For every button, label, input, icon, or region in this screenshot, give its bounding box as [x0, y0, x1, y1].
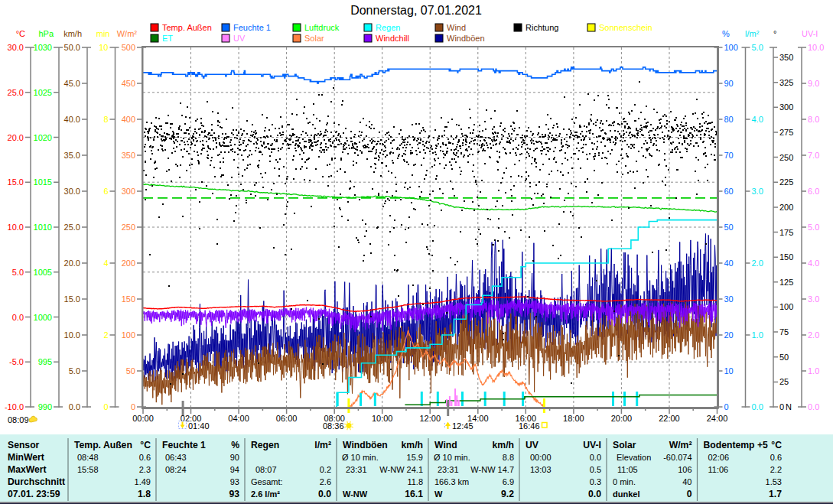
svg-text:400: 400 — [122, 115, 135, 124]
svg-text:2.6: 2.6 — [320, 477, 331, 486]
svg-text:300: 300 — [779, 102, 793, 112]
svg-text:Bodentemp +5: Bodentemp +5 — [704, 440, 769, 450]
svg-text:Regen: Regen — [251, 440, 279, 450]
svg-text:Ø 10 min.: Ø 10 min. — [342, 453, 379, 462]
svg-text:dunkel: dunkel — [613, 489, 639, 499]
svg-text:0: 0 — [779, 402, 784, 411]
svg-text:0: 0 — [103, 402, 108, 411]
svg-text:1.0: 1.0 — [752, 330, 763, 340]
svg-text:2.0: 2.0 — [808, 330, 819, 340]
svg-text:25: 25 — [779, 377, 789, 386]
svg-text:Solar: Solar — [613, 440, 636, 450]
svg-text:UV: UV — [526, 440, 539, 450]
svg-text:1010: 1010 — [34, 223, 52, 232]
svg-text:5.0: 5.0 — [752, 43, 763, 52]
svg-text:hPa: hPa — [38, 29, 54, 38]
svg-text:0: 0 — [687, 489, 692, 499]
svg-text:%: % — [722, 29, 730, 38]
svg-text:6: 6 — [103, 187, 108, 196]
svg-text:2: 2 — [103, 330, 108, 340]
svg-text:200: 200 — [779, 203, 793, 212]
svg-text:4: 4 — [103, 259, 108, 268]
svg-text:3.0: 3.0 — [808, 294, 819, 304]
svg-text:2.3: 2.3 — [139, 465, 151, 474]
svg-text:75: 75 — [779, 327, 789, 337]
svg-text:40.0: 40.0 — [64, 115, 80, 124]
svg-text:00:00: 00:00 — [530, 453, 552, 462]
svg-text:11:06: 11:06 — [708, 465, 729, 474]
svg-text:Richtung: Richtung — [526, 23, 558, 32]
svg-text:2.6 l/m²: 2.6 l/m² — [251, 489, 280, 499]
svg-text:40: 40 — [724, 259, 734, 268]
svg-text:°: ° — [773, 29, 776, 38]
svg-text:50: 50 — [779, 353, 789, 362]
svg-text:40: 40 — [682, 477, 691, 486]
svg-text:08:07: 08:07 — [255, 465, 277, 474]
svg-text:20: 20 — [724, 330, 734, 340]
svg-text:10.0: 10.0 — [64, 330, 80, 340]
svg-text:°C: °C — [140, 440, 151, 450]
svg-text:0.2: 0.2 — [320, 465, 331, 474]
svg-text:1000: 1000 — [34, 313, 52, 322]
svg-text:8.0: 8.0 — [808, 115, 819, 124]
svg-text:90: 90 — [230, 453, 239, 462]
svg-text:70: 70 — [724, 151, 734, 160]
svg-text:Elevation: Elevation — [617, 453, 651, 462]
svg-text:23:31: 23:31 — [438, 465, 459, 474]
svg-text:Donnerstag, 07.01.2021: Donnerstag, 07.01.2021 — [350, 4, 482, 17]
svg-text:MaxWert: MaxWert — [8, 464, 47, 475]
svg-text:10: 10 — [724, 366, 734, 376]
svg-text:2.0: 2.0 — [752, 259, 763, 268]
svg-text:8.8: 8.8 — [503, 453, 514, 462]
svg-text:995: 995 — [38, 357, 52, 366]
svg-text:1015: 1015 — [34, 177, 52, 187]
svg-text:20.0: 20.0 — [64, 259, 80, 268]
svg-text:01:40: 01:40 — [188, 421, 210, 431]
svg-text:0.0: 0.0 — [69, 402, 80, 411]
svg-text:0: 0 — [131, 402, 135, 411]
svg-text:km/h: km/h — [493, 440, 514, 450]
svg-text:225: 225 — [779, 177, 793, 187]
svg-text:00:00: 00:00 — [132, 414, 154, 423]
svg-text:0: 0 — [724, 402, 729, 411]
svg-text:1020: 1020 — [34, 133, 52, 142]
svg-text:22:00: 22:00 — [659, 414, 680, 423]
svg-text:Wind: Wind — [447, 23, 466, 32]
svg-text:25.0: 25.0 — [64, 223, 80, 232]
svg-text:0.0: 0.0 — [588, 489, 601, 499]
svg-text:16.1: 16.1 — [405, 489, 423, 499]
svg-text:Solar: Solar — [304, 34, 324, 43]
svg-text:Windchill: Windchill — [376, 34, 409, 43]
svg-text:10:00: 10:00 — [372, 414, 393, 423]
svg-text:l/m²: l/m² — [745, 29, 760, 38]
svg-text:450: 450 — [122, 79, 135, 88]
svg-text:20.0: 20.0 — [8, 133, 24, 142]
svg-text:93: 93 — [230, 477, 239, 486]
svg-text:80: 80 — [724, 115, 734, 124]
svg-text:10.0: 10.0 — [8, 223, 24, 232]
svg-text:500: 500 — [122, 43, 135, 52]
svg-text:175: 175 — [779, 228, 793, 237]
svg-text:1005: 1005 — [34, 268, 52, 277]
svg-text:350: 350 — [122, 151, 135, 160]
svg-text:10: 10 — [99, 43, 108, 52]
svg-text:06:00: 06:00 — [276, 414, 298, 423]
svg-text:Gesamt:: Gesamt: — [251, 477, 283, 486]
svg-text:W-NW 14.7: W-NW 14.7 — [470, 465, 514, 474]
svg-text:6.9: 6.9 — [503, 477, 514, 486]
svg-text:11:05: 11:05 — [617, 465, 638, 474]
svg-text:990: 990 — [38, 402, 52, 411]
svg-text:30: 30 — [724, 294, 734, 304]
svg-text:25.0: 25.0 — [8, 88, 24, 97]
svg-text:l/m²: l/m² — [314, 440, 331, 450]
svg-text:Luftdruck: Luftdruck — [304, 23, 340, 32]
svg-text:1025: 1025 — [34, 88, 52, 97]
svg-text:3.0: 3.0 — [752, 187, 763, 196]
svg-text:Temp. Außen: Temp. Außen — [162, 23, 212, 32]
svg-text:1.7: 1.7 — [769, 489, 782, 499]
svg-text:02:06: 02:06 — [708, 453, 730, 462]
svg-text:100: 100 — [724, 43, 738, 52]
svg-text:UV-I: UV-I — [802, 29, 818, 38]
svg-text:24:00: 24:00 — [707, 414, 728, 423]
svg-text:300: 300 — [122, 187, 135, 196]
